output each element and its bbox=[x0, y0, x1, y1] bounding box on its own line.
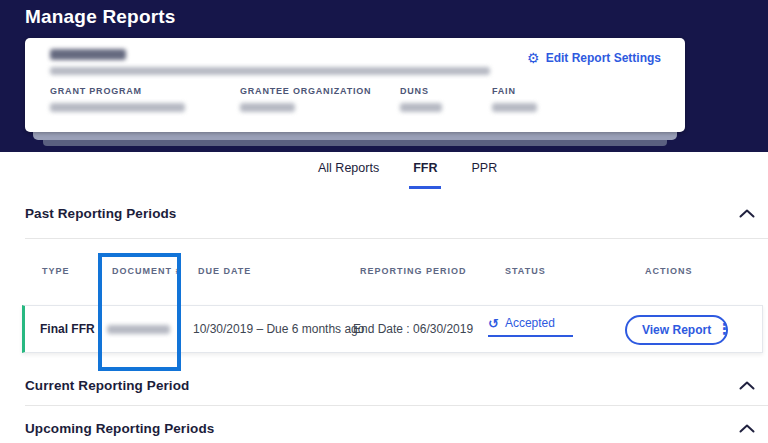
tab-ffr[interactable]: FFR bbox=[409, 161, 441, 189]
tab-all-reports[interactable]: All Reports bbox=[318, 161, 379, 189]
redacted-value bbox=[400, 103, 442, 112]
redacted-value bbox=[240, 103, 295, 112]
field-grant-program: GRANT PROGRAM bbox=[50, 86, 185, 112]
field-label: GRANTEE ORGANIZATION bbox=[240, 86, 371, 96]
section-current-reporting-period[interactable]: Current Reporting Period bbox=[25, 374, 755, 396]
gear-icon: ⚙ bbox=[527, 51, 540, 65]
divider bbox=[25, 238, 768, 239]
redacted-project-description bbox=[50, 67, 490, 75]
chevron-up-icon[interactable] bbox=[739, 381, 755, 390]
due-date: 10/30/2019 – Due 6 months ago bbox=[193, 322, 364, 336]
redacted-value bbox=[492, 103, 537, 112]
redacted-value bbox=[50, 103, 185, 112]
chevron-up-icon[interactable] bbox=[739, 424, 755, 433]
status-underline bbox=[488, 335, 573, 337]
tab-ppr[interactable]: PPR bbox=[471, 161, 497, 189]
section-title: Current Reporting Period bbox=[25, 378, 189, 393]
status-accepted-link[interactable]: ↺ Accepted bbox=[488, 316, 573, 337]
column-header-type: TYPE bbox=[42, 266, 70, 276]
redacted-document-number bbox=[107, 325, 170, 334]
edit-report-settings-link[interactable]: ⚙ Edit Report Settings bbox=[527, 51, 661, 65]
field-fain: FAIN bbox=[492, 86, 537, 112]
column-header-status: STATUS bbox=[505, 266, 546, 276]
field-duns: DUNS bbox=[400, 86, 442, 112]
field-label: FAIN bbox=[492, 86, 537, 96]
view-report-button[interactable]: View Report bbox=[625, 315, 728, 345]
field-label: DUNS bbox=[400, 86, 442, 96]
field-label: GRANT PROGRAM bbox=[50, 86, 185, 96]
section-title: Upcoming Reporting Periods bbox=[25, 421, 214, 436]
chevron-up-icon[interactable] bbox=[739, 209, 755, 218]
section-title: Past Reporting Periods bbox=[25, 206, 176, 221]
report-tabs: All Reports FFR PPR bbox=[318, 161, 497, 189]
section-past-reporting-periods[interactable]: Past Reporting Periods bbox=[25, 202, 755, 224]
table-row-final-ffr: Final FFR 10/30/2019 – Due 6 months ago … bbox=[22, 305, 763, 353]
grant-summary-card: ⚙ Edit Report Settings GRANT PROGRAM GRA… bbox=[25, 38, 685, 132]
page-title: Manage Reports bbox=[25, 6, 176, 28]
field-grantee-organization: GRANTEE ORGANIZATION bbox=[240, 86, 371, 112]
status-label: Accepted bbox=[505, 316, 555, 330]
section-upcoming-reporting-periods[interactable]: Upcoming Reporting Periods bbox=[25, 417, 755, 439]
column-header-due-date: DUE DATE bbox=[198, 266, 251, 276]
redacted-report-number bbox=[50, 49, 126, 60]
card-stack-layer bbox=[43, 140, 667, 146]
edit-report-settings-label: Edit Report Settings bbox=[546, 51, 661, 65]
kebab-menu-icon[interactable]: ⋮ bbox=[717, 320, 732, 338]
column-header-reporting-period: REPORTING PERIOD bbox=[360, 266, 467, 276]
divider bbox=[25, 405, 768, 406]
report-type: Final FFR bbox=[40, 322, 95, 336]
history-icon: ↺ bbox=[488, 317, 499, 330]
column-header-actions: ACTIONS bbox=[645, 266, 693, 276]
column-header-document-number: DOCUMENT # bbox=[112, 266, 182, 276]
reporting-period: End Date : 06/30/2019 bbox=[353, 322, 473, 336]
manage-reports-page: Manage Reports ⚙ Edit Report Settings GR… bbox=[0, 0, 768, 443]
